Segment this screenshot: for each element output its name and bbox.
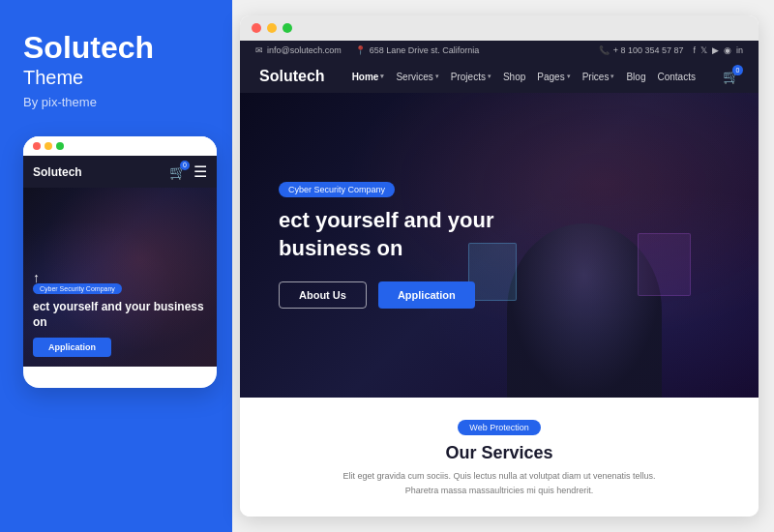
topbar-left: ✉ info@solutech.com 📍 658 Lane Drive st.… [255, 45, 479, 55]
email-icon: ✉ [255, 45, 263, 55]
nav-link-blog[interactable]: Blog [626, 72, 645, 82]
site-cart-badge: 0 [732, 65, 743, 75]
mobile-dot-green [56, 142, 64, 150]
site-nav-links: Home ▾ Services ▾ Projects ▾ Shop Pages … [352, 72, 696, 82]
browser-dot-red [252, 23, 261, 33]
topbar-address: 📍 658 Lane Drive st. California [355, 45, 480, 55]
chevron-icon: ▾ [488, 73, 491, 80]
topbar-right: 📞 + 8 100 354 57 87 f 𝕏 ▶ ◉ in [599, 45, 743, 55]
nav-link-home[interactable]: Home ▾ [352, 72, 385, 82]
hero-badge: Cyber Security Company [279, 182, 395, 197]
mobile-nav-actions: 🛒 0 ☰ [169, 163, 207, 181]
left-panel: Solutech Theme By pix-theme Solutech 🛒 0… [0, 0, 232, 532]
services-title: Our Services [279, 443, 720, 463]
hero-buttons: About Us Application [279, 281, 720, 309]
chevron-icon: ▾ [380, 73, 384, 80]
browser-content: ✉ info@solutech.com 📍 658 Lane Drive st.… [240, 41, 759, 517]
instagram-icon[interactable]: ◉ [724, 45, 731, 55]
mobile-hero-text: ect yourself and your business on [33, 300, 207, 330]
site-cart-icon[interactable]: 🛒 0 [723, 69, 739, 84]
about-us-button[interactable]: About Us [279, 281, 367, 309]
services-section: Web Protection Our Services Elit eget gr… [240, 398, 759, 517]
topbar-phone: 📞 + 8 100 354 57 87 [599, 45, 684, 55]
youtube-icon[interactable]: ▶ [712, 45, 719, 55]
brand-subtitle: Theme [23, 67, 209, 89]
location-icon: 📍 [355, 45, 366, 55]
mobile-cyber-badge: Cyber Security Company [33, 283, 122, 294]
mobile-hero: ↑ Cyber Security Company ect yourself an… [23, 188, 217, 367]
site-hero: Cyber Security Company ect yourself and … [240, 93, 759, 398]
browser-dot-yellow [267, 23, 277, 33]
services-badge: Web Protection [458, 420, 540, 435]
twitter-icon[interactable]: 𝕏 [700, 45, 707, 55]
phone-icon: 📞 [599, 45, 610, 55]
brand-author: By pix-theme [23, 95, 209, 109]
mobile-mockup: Solutech 🛒 0 ☰ ↑ Cyber Security Company … [23, 136, 217, 388]
right-panel: ✉ info@solutech.com 📍 658 Lane Drive st.… [232, 0, 774, 532]
mobile-cart-icon[interactable]: 🛒 0 [169, 164, 186, 180]
nav-link-services[interactable]: Services ▾ [396, 72, 438, 82]
nav-link-contacts[interactable]: Contacts [657, 72, 695, 82]
mobile-dot-yellow [45, 142, 52, 150]
mobile-application-button[interactable]: Application [33, 338, 111, 357]
social-icons: f 𝕏 ▶ ◉ in [693, 45, 743, 55]
nav-link-projects[interactable]: Projects ▾ [451, 72, 491, 82]
chevron-icon: ▾ [435, 73, 439, 80]
mobile-dot-red [33, 142, 41, 150]
site-navbar: Solutech Home ▾ Services ▾ Projects ▾ Sh… [240, 60, 759, 93]
chevron-icon: ▾ [610, 73, 614, 80]
hero-headline: ect yourself and your business on [279, 207, 720, 262]
browser-window: ✉ info@solutech.com 📍 658 Lane Drive st.… [240, 15, 759, 517]
services-description: Elit eget gravida cum sociis. Quis lectu… [315, 469, 683, 497]
mobile-menu-icon[interactable]: ☰ [194, 163, 207, 181]
linkedin-icon[interactable]: in [736, 45, 743, 55]
nav-link-pages[interactable]: Pages ▾ [537, 72, 570, 82]
facebook-icon[interactable]: f [693, 45, 696, 55]
mobile-logo: Solutech [33, 165, 82, 179]
mobile-cart-badge: 0 [180, 161, 190, 170]
mobile-chrome [23, 136, 217, 156]
nav-link-shop[interactable]: Shop [503, 72, 525, 82]
site-topbar: ✉ info@solutech.com 📍 658 Lane Drive st.… [240, 41, 759, 60]
mobile-navbar: Solutech 🛒 0 ☰ [23, 156, 217, 188]
site-logo: Solutech [259, 68, 325, 85]
application-button[interactable]: Application [378, 281, 475, 309]
browser-chrome [240, 15, 759, 41]
topbar-email: ✉ info@solutech.com [255, 45, 342, 55]
brand-title: Solutech [23, 31, 209, 65]
browser-dot-green [283, 23, 292, 33]
nav-link-prices[interactable]: Prices ▾ [582, 72, 615, 82]
chevron-icon: ▾ [567, 73, 571, 80]
